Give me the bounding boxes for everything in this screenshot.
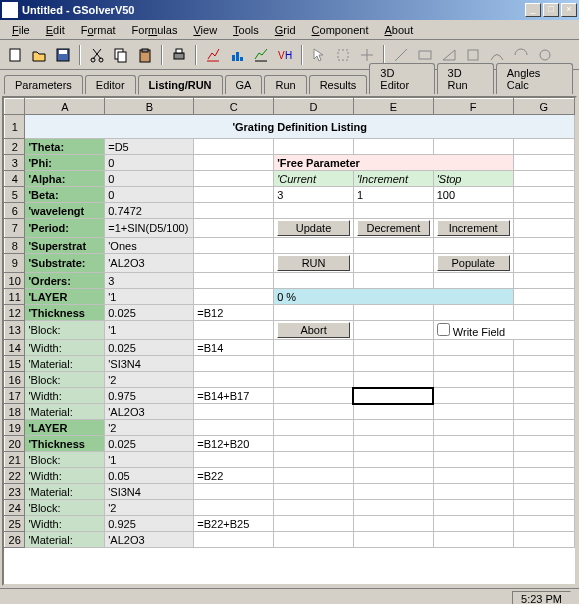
cell-B16[interactable]: '2 (105, 372, 194, 388)
cell-A25[interactable]: 'Width: (25, 516, 105, 532)
cell-F26[interactable] (433, 532, 513, 548)
cell-B9[interactable]: 'AL2O3 (105, 254, 194, 273)
cell-B26[interactable]: 'AL2O3 (105, 532, 194, 548)
cell-G9[interactable] (513, 254, 574, 273)
cell-C13[interactable] (194, 321, 274, 340)
cell-D17[interactable] (274, 388, 354, 404)
minimize-button[interactable]: _ (525, 3, 541, 17)
cell-C18[interactable] (194, 404, 274, 420)
save-icon[interactable] (52, 44, 74, 66)
menu-edit[interactable]: Edit (38, 22, 73, 38)
vh-icon[interactable]: VH (274, 44, 296, 66)
cell-G6[interactable] (513, 203, 574, 219)
cell-B15[interactable]: 'SI3N4 (105, 356, 194, 372)
cell-E6[interactable] (353, 203, 433, 219)
menu-tools[interactable]: Tools (225, 22, 267, 38)
menu-file[interactable]: File (4, 22, 38, 38)
row-header-23[interactable]: 23 (5, 484, 25, 500)
cell-A9[interactable]: 'Substrate: (25, 254, 105, 273)
open-icon[interactable] (28, 44, 50, 66)
cell-E16[interactable] (353, 372, 433, 388)
cell-F12[interactable] (433, 305, 513, 321)
cell-D22[interactable] (274, 468, 354, 484)
cell-B21[interactable]: '1 (105, 452, 194, 468)
cell-F22[interactable] (433, 468, 513, 484)
cell-D25[interactable] (274, 516, 354, 532)
cell-A11[interactable]: 'LAYER (25, 289, 105, 305)
cell-F14[interactable] (433, 340, 513, 356)
grid-title[interactable]: 'Grating Definition Listing (25, 115, 575, 139)
row-header-26[interactable]: 26 (5, 532, 25, 548)
cell-C19[interactable] (194, 420, 274, 436)
cell-C23[interactable] (194, 484, 274, 500)
cell-C9[interactable] (194, 254, 274, 273)
tab-parameters[interactable]: Parameters (4, 75, 83, 94)
col-header-A[interactable]: A (25, 99, 105, 115)
cell-C10[interactable] (194, 273, 274, 289)
row-header-6[interactable]: 6 (5, 203, 25, 219)
cell-D5[interactable]: 3 (274, 187, 354, 203)
row-header-25[interactable]: 25 (5, 516, 25, 532)
cell-A10[interactable]: 'Orders: (25, 273, 105, 289)
cell-G16[interactable] (513, 372, 574, 388)
cell-G5[interactable] (513, 187, 574, 203)
cell-E20[interactable] (353, 436, 433, 452)
cell-A12[interactable]: 'Thickness (25, 305, 105, 321)
cell-A13[interactable]: 'Block: (25, 321, 105, 340)
cell-A3[interactable]: 'Phi: (25, 155, 105, 171)
cell-F5[interactable]: 100 (433, 187, 513, 203)
cell-D13[interactable]: Abort (274, 321, 354, 340)
cell-B11[interactable]: '1 (105, 289, 194, 305)
cell-F6[interactable] (433, 203, 513, 219)
cell-C20[interactable]: =B12+B20 (194, 436, 274, 452)
write-field-checkbox[interactable] (437, 323, 450, 336)
row-header-9[interactable]: 9 (5, 254, 25, 273)
cell-E23[interactable] (353, 484, 433, 500)
cell-D24[interactable] (274, 500, 354, 516)
cell-F23[interactable] (433, 484, 513, 500)
cell-E24[interactable] (353, 500, 433, 516)
row-header-22[interactable]: 22 (5, 468, 25, 484)
cell-D18[interactable] (274, 404, 354, 420)
cell-A22[interactable]: 'Width: (25, 468, 105, 484)
cell-E22[interactable] (353, 468, 433, 484)
cell-A2[interactable]: 'Theta: (25, 139, 105, 155)
cell-F9[interactable]: Populate (433, 254, 513, 273)
row-header-20[interactable]: 20 (5, 436, 25, 452)
menu-component[interactable]: Component (304, 22, 377, 38)
cell-B7[interactable]: =1+SIN(D5/100) (105, 219, 194, 238)
cell-C25[interactable]: =B22+B25 (194, 516, 274, 532)
cell-B4[interactable]: 0 (105, 171, 194, 187)
cell-G24[interactable] (513, 500, 574, 516)
row-header-16[interactable]: 16 (5, 372, 25, 388)
cell-G10[interactable] (513, 273, 574, 289)
chart1-icon[interactable] (202, 44, 224, 66)
cell-D6[interactable] (274, 203, 354, 219)
cell-F2[interactable] (433, 139, 513, 155)
cell-E7[interactable]: Decrement (353, 219, 433, 238)
progress-cell[interactable]: 0 % (274, 289, 513, 305)
cell-G19[interactable] (513, 420, 574, 436)
cell-G11[interactable] (513, 289, 574, 305)
paste-icon[interactable] (134, 44, 156, 66)
menu-grid[interactable]: Grid (267, 22, 304, 38)
cell-G4[interactable] (513, 171, 574, 187)
cell-A21[interactable]: 'Block: (25, 452, 105, 468)
cell-D15[interactable] (274, 356, 354, 372)
cell-A5[interactable]: 'Beta: (25, 187, 105, 203)
cell-G23[interactable] (513, 484, 574, 500)
cell-C8[interactable] (194, 238, 274, 254)
row-header-24[interactable]: 24 (5, 500, 25, 516)
cell-C17[interactable]: =B14+B17 (194, 388, 274, 404)
cell-B2[interactable]: =D5 (105, 139, 194, 155)
freeparam-current-label[interactable]: 'Current (274, 171, 354, 187)
tab-3d-editor[interactable]: 3D Editor (369, 63, 434, 94)
chart3-icon[interactable] (250, 44, 272, 66)
row-header-10[interactable]: 10 (5, 273, 25, 289)
cell-B22[interactable]: 0.05 (105, 468, 194, 484)
cell-D2[interactable] (274, 139, 354, 155)
cell-A17[interactable]: 'Width: (25, 388, 105, 404)
run-button[interactable]: RUN (277, 255, 350, 271)
cell-D14[interactable] (274, 340, 354, 356)
cell-A19[interactable]: 'LAYER (25, 420, 105, 436)
